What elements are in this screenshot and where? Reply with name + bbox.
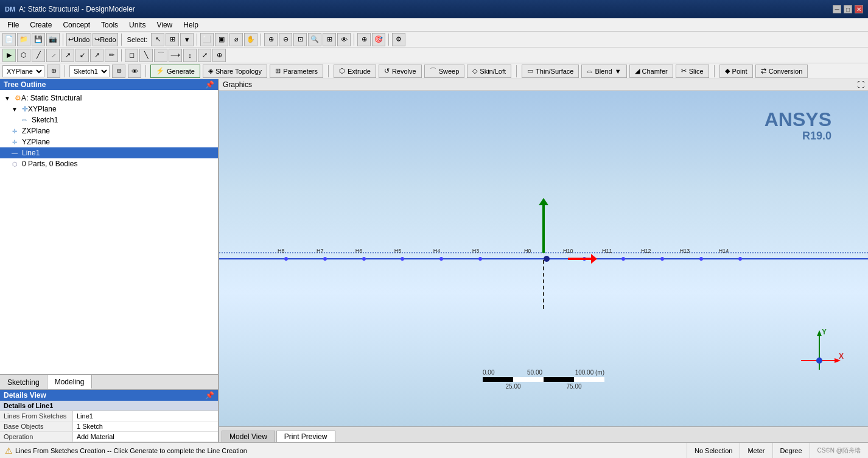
zoom-box-btn[interactable]: 🔍 (308, 33, 321, 46)
select-mode2-btn[interactable]: ⊞ (166, 33, 179, 46)
tab-modeling[interactable]: Modeling (47, 375, 93, 389)
sep5 (354, 33, 354, 46)
tb2-sym[interactable]: ⊕ (212, 49, 226, 62)
tb2-draw6[interactable]: ✏ (105, 49, 118, 62)
xyplane-label: XYPlane (28, 105, 57, 113)
tb2-draw3[interactable]: ↗ (61, 49, 74, 62)
menu-tools[interactable]: Tools (96, 19, 123, 30)
sketch-dropdown[interactable]: Sketch1 (69, 65, 110, 77)
tb2-dim2[interactable]: ╲ (139, 49, 153, 62)
sep9 (145, 65, 146, 77)
sep8 (65, 65, 65, 77)
tb2-draw5[interactable]: ↗ (90, 49, 103, 62)
tree-node-zxplane[interactable]: ✛ ZXPlane (0, 125, 218, 136)
zoom-out-btn[interactable]: ⊖ (279, 33, 292, 46)
label-h12: H12 (641, 248, 651, 254)
minimize-button[interactable]: ─ (833, 5, 841, 13)
view-btn[interactable]: 👁 (337, 33, 351, 46)
zoom-fit-btn[interactable]: ⊡ (293, 33, 307, 46)
plane-dropdown[interactable]: XYPlane (2, 65, 44, 77)
share-topology-icon: ◈ (208, 67, 213, 75)
close-button[interactable]: ✕ (855, 5, 863, 13)
new-button[interactable]: 📄 (2, 33, 16, 46)
details-pin[interactable]: 📌 (205, 391, 214, 400)
maximize-button[interactable]: □ (844, 5, 852, 13)
skin-loft-button[interactable]: ◇ Skin/Loft (467, 65, 511, 78)
sweep-button[interactable]: ⌒ Sweep (424, 65, 465, 78)
tb2-draw1[interactable]: ╱ (32, 49, 45, 62)
point-button[interactable]: ◆ Point (719, 65, 753, 78)
tb2-btn1[interactable]: ▶ (2, 49, 16, 62)
details-value-2[interactable]: Add Material (73, 432, 218, 442)
details-value-0[interactable]: Line1 (73, 411, 218, 421)
dot-h4 (439, 257, 443, 261)
undo-button[interactable]: ↩ Undo (66, 33, 91, 46)
generate-button[interactable]: ⚡ Generate (150, 65, 200, 78)
details-content: Details of Line1 Lines From Sketches Lin… (0, 401, 218, 442)
tb2-dim3[interactable]: ⌒ (154, 49, 167, 62)
conversion-button[interactable]: ⇄ Conversion (755, 65, 808, 78)
menu-view[interactable]: View (152, 19, 177, 30)
view3d-btn[interactable]: 🎯 (372, 33, 385, 46)
chamfer-label: Chamfer (642, 68, 668, 75)
tree-node-xyplane[interactable]: ▼ ✛ XYPlane (0, 104, 218, 114)
menu-help[interactable]: Help (178, 19, 203, 30)
thin-surface-button[interactable]: ▭ Thin/Surface (522, 65, 579, 78)
import-button[interactable]: 📷 (46, 33, 60, 46)
tb2-draw4[interactable]: ↙ (75, 49, 89, 62)
tree-node-line1[interactable]: — Line1 (0, 147, 218, 158)
tb2-dim4[interactable]: ⟶ (169, 49, 182, 62)
select-all-btn[interactable]: ⬜ (200, 33, 214, 46)
save-button[interactable]: 💾 (32, 33, 45, 46)
chamfer-button[interactable]: ◢ Chamfer (629, 65, 673, 78)
select-dropdown-btn[interactable]: ▼ (180, 33, 194, 46)
plane-toggle-btn[interactable]: ⊕ (47, 65, 60, 78)
select-mode-btn[interactable]: ↖ (151, 33, 164, 46)
tb2-dim1[interactable]: ◻ (125, 49, 138, 62)
menu-units[interactable]: Units (124, 19, 150, 30)
zxplane-label: ZXPlane (22, 127, 50, 135)
generate-label: Generate (167, 68, 195, 75)
zoom-in-btn[interactable]: ⊕ (264, 33, 278, 46)
pan-btn[interactable]: ✋ (244, 33, 257, 46)
look-at-plane-btn[interactable]: 👁 (128, 65, 141, 78)
menu-create[interactable]: Create (25, 19, 57, 30)
blend-button[interactable]: ⌓ Blend ▼ (581, 65, 626, 78)
tree-node-parts[interactable]: ⬡ 0 Parts, 0 Bodies (0, 158, 218, 169)
tab-model-view[interactable]: Model View (222, 431, 275, 442)
line1-label: Line1 (22, 149, 40, 157)
scale-label-50: 50.00 (527, 369, 542, 376)
menu-file[interactable]: File (2, 19, 24, 30)
tab-print-preview[interactable]: Print Preview (276, 431, 335, 442)
extrude-button[interactable]: ⬡ Extrude (334, 65, 376, 78)
details-value-1[interactable]: 1 Sketch (73, 421, 218, 431)
tb2-draw2[interactable]: ⟋ (46, 49, 60, 62)
menubar: File Create Concept Tools Units View Hel… (0, 18, 868, 32)
sketch-toggle-btn[interactable]: ⊕ (112, 65, 125, 78)
parameters-button[interactable]: ⊞ Parameters (270, 65, 323, 78)
redo-button[interactable]: ↪ Redo (93, 33, 117, 46)
share-topology-button[interactable]: ◈ Share Topology (203, 65, 267, 78)
deselect-btn[interactable]: ▣ (215, 33, 228, 46)
tb2-dim5[interactable]: ↕ (183, 49, 197, 62)
menu-concept[interactable]: Concept (58, 19, 95, 30)
revolve-button[interactable]: ↺ Revolve (379, 65, 422, 78)
tree-node-yzplane[interactable]: ✛ YZPlane (0, 136, 218, 147)
tb2-dim6[interactable]: ⤢ (198, 49, 211, 62)
extras-btn[interactable]: ⚙ (392, 33, 405, 46)
tb2-btn2[interactable]: ⬡ (17, 49, 30, 62)
xyplane-icon: ✛ (22, 105, 28, 113)
graphics-expand-icon[interactable]: ⛶ (857, 80, 864, 89)
tree-node-root[interactable]: ▼ ⚙ A: Static Structural (0, 93, 218, 104)
open-button[interactable]: 📁 (17, 33, 30, 46)
main-area: Tree Outline 📌 ▼ ⚙ A: Static Structural … (0, 79, 868, 442)
rotate-btn[interactable]: ⌀ (229, 33, 243, 46)
zoom-extent-btn[interactable]: ⊞ (323, 33, 336, 46)
label-h0: H0 (524, 248, 531, 254)
look-at-btn[interactable]: ⊕ (357, 33, 371, 46)
tab-sketching[interactable]: Sketching (0, 375, 47, 389)
tree-node-sketch1[interactable]: ✏ Sketch1 (0, 114, 218, 125)
slice-button[interactable]: ✂ Slice (676, 65, 709, 78)
graphics-viewport[interactable]: ANSYS R19.0 H8 H7 H6 H5 H4 (219, 91, 868, 426)
tree-pin-icon[interactable]: 📌 (205, 80, 214, 89)
